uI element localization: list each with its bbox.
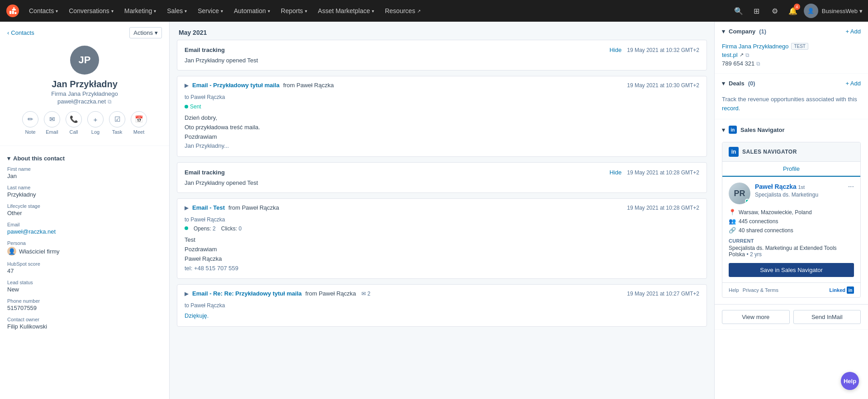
shared-connections-row: 🔗 40 shared connections [729, 227, 854, 234]
email-icon: ✉ [44, 111, 60, 127]
activity-time-2: 19 May 2021 at 10:28 GMT+2 [627, 169, 699, 176]
sales-nav-logo: in [729, 147, 739, 157]
deals-title-row: ▾ Deals (0) [722, 80, 755, 87]
email-card-header[interactable]: ▶ Email - Przykładowy tytuł maila from P… [177, 76, 707, 94]
timeline-month: May 2021 [170, 22, 714, 40]
deals-record-link[interactable]: record [722, 105, 739, 112]
profile-name[interactable]: Paweł Rączka [755, 183, 797, 190]
location-icon: 📍 [729, 209, 736, 216]
persona-row: 👤 Właściciel firmy [7, 247, 162, 256]
account-name[interactable]: BusinessWeb ▾ [822, 8, 863, 14]
privacy-link[interactable]: Privacy & Terms [743, 287, 778, 293]
tab-profile[interactable]: Profile [722, 162, 860, 177]
nav-contacts[interactable]: Contacts ▾ [24, 0, 63, 22]
company-url[interactable]: test.pl [722, 52, 738, 58]
search-button[interactable]: 🔍 [731, 4, 746, 18]
nav-sales[interactable]: Sales ▾ [161, 0, 192, 22]
actions-button[interactable]: Actions ▾ [129, 27, 162, 38]
nav-automation[interactable]: Automation ▾ [228, 0, 275, 22]
persona-avatar: 👤 [7, 247, 16, 256]
nav-conversations[interactable]: Conversations ▾ [63, 0, 119, 22]
field-email: Email paweł@raczka.net [7, 222, 162, 235]
svg-rect-3 [14, 12, 16, 14]
profile-info: Paweł Rączka 1st ··· Specjalista ds. Mar… [755, 183, 854, 198]
note-action[interactable]: ✏ Note [22, 111, 38, 135]
settings-button[interactable]: ⚙ [768, 4, 782, 18]
chevron-down-icon: ▾ [859, 8, 863, 14]
svg-rect-2 [12, 11, 14, 14]
email-label: Email [46, 129, 58, 135]
profile-details: 📍 Warsaw, Mazowieckie, Poland 👥 445 conn… [729, 209, 854, 234]
divider [0, 146, 169, 146]
notification-count: 4 [794, 4, 800, 10]
profile-name-row: Paweł Rączka 1st ··· [755, 183, 854, 191]
email-body-2: Test Pozdrawiam Paweł Rączka tel: +48 51… [177, 235, 707, 278]
copy-email-button[interactable]: ⧉ [108, 99, 112, 105]
hide-button-2[interactable]: Hide [609, 169, 621, 176]
about-header[interactable]: ▾ About this contact [7, 150, 162, 166]
field-last-name: Last name Przykładny [7, 185, 162, 198]
chevron-down-icon: ▾ [111, 9, 114, 14]
log-label: Log [91, 129, 100, 135]
save-in-sales-navigator-button[interactable]: Save in Sales Navigator [729, 263, 854, 277]
copy-url-button[interactable]: ⧉ [745, 52, 749, 58]
nav-resources[interactable]: Resources ↗ [379, 0, 426, 22]
copy-phone-button[interactable]: ⧉ [756, 61, 760, 67]
email-subject-2: Email - Test [192, 204, 225, 211]
company-section: ▾ Company (1) + Add Firma Jana Przykładn… [715, 22, 868, 74]
apps-button[interactable]: ⊞ [749, 4, 764, 18]
chevron-down-icon: ▾ [268, 9, 270, 14]
contact-email-row: paweł@raczka.net ⧉ [57, 98, 112, 105]
help-fab-button[interactable]: Help [841, 372, 859, 390]
notifications-button[interactable]: 🔔 4 [786, 4, 800, 18]
view-more-button[interactable]: View more [722, 310, 790, 324]
company-name[interactable]: Firma Jana Przykładnego [722, 43, 788, 50]
profile-more-button[interactable]: ··· [848, 183, 854, 191]
company-section-header[interactable]: ▾ Company (1) + Add [715, 22, 868, 39]
email-from-3: from Paweł Rączka [305, 290, 356, 297]
email-card-header-2[interactable]: ▶ Email - Test from Paweł Rączka 19 May … [177, 199, 707, 216]
sales-nav-card-title: SALES NAVIGATOR [742, 149, 797, 155]
sales-nav-footer: Help Privacy & Terms Linked in [722, 282, 860, 297]
contact-company: Firma Jana Przykładnego [51, 90, 118, 97]
nav-service[interactable]: Service ▾ [192, 0, 228, 22]
linkedin-branding: Linked in [830, 286, 854, 294]
linkedin-icon: in [729, 126, 737, 134]
email-card-2: ▶ Email - Test from Paweł Rączka 19 May … [177, 198, 707, 279]
field-contact-owner: Contact owner Filip Kulikowski [7, 317, 162, 330]
field-first-name: First name Jan [7, 166, 162, 179]
nav-asset-marketplace[interactable]: Asset Marketplace ▾ [313, 0, 379, 22]
sales-nav-tabs: Profile [722, 162, 860, 177]
company-url-row: test.pl ↗ ⧉ [722, 52, 861, 58]
note-icon: ✏ [22, 111, 38, 127]
chevron-down-icon: ▾ [185, 9, 187, 14]
log-action[interactable]: + Log [87, 111, 104, 135]
hide-button[interactable]: Hide [609, 47, 621, 53]
add-company-button[interactable]: + Add [845, 28, 861, 35]
deals-section-header[interactable]: ▾ Deals (0) + Add [715, 74, 868, 91]
email-card-1: ▶ Email - Przykładowy tytuł maila from P… [177, 76, 707, 157]
location-text: Warsaw, Mazowieckie, Poland [739, 209, 812, 216]
deals-count: (0) [748, 80, 755, 87]
activity-meta-2: Hide 19 May 2021 at 10:28 GMT+2 [609, 169, 699, 176]
sales-nav-card-container: in SALES NAVIGATOR Profile PR [715, 138, 868, 304]
timeline-scroll[interactable]: May 2021 Email tracking Hide 19 May 2021… [170, 22, 714, 399]
hubspot-logo[interactable] [5, 4, 20, 18]
sales-nav-header-row[interactable]: ▾ in Sales Navigator [715, 119, 868, 138]
call-action[interactable]: 📞 Call [66, 111, 82, 135]
nav-marketing[interactable]: Marketing ▾ [119, 0, 161, 22]
add-deal-button[interactable]: + Add [845, 80, 861, 87]
task-action[interactable]: ☑ Task [109, 111, 125, 135]
activity-body-2: Jan Przykładny opened Test [185, 179, 699, 186]
profile-avatar: PR [729, 183, 750, 204]
email-time: 19 May 2021 at 10:30 GMT+2 [627, 82, 699, 89]
email-card-header-3[interactable]: ▶ Email - Re: Re: Przykładowy tytuł mail… [177, 285, 707, 302]
email-action[interactable]: ✉ Email [44, 111, 60, 135]
activity-card-tracking-1: Email tracking Hide 19 May 2021 at 10:32… [177, 40, 707, 70]
user-avatar[interactable]: 👤 [804, 4, 818, 18]
send-inmail-button[interactable]: Send InMail [793, 310, 861, 324]
contacts-breadcrumb[interactable]: ‹ Contacts [7, 29, 34, 36]
meet-action[interactable]: 📅 Meet [131, 111, 147, 135]
help-link[interactable]: Help [729, 287, 739, 293]
nav-reports[interactable]: Reports ▾ [275, 0, 313, 22]
